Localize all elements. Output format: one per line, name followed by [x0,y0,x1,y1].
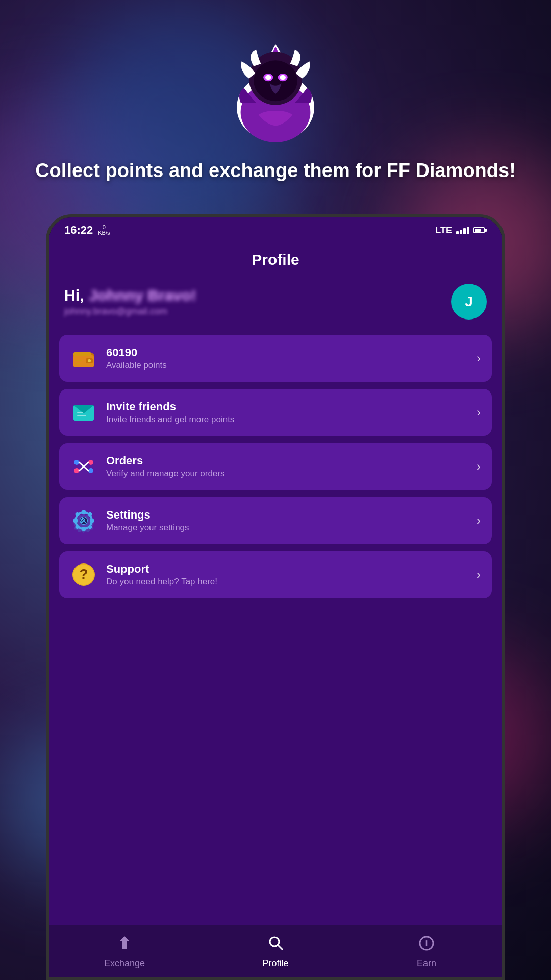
profile-info: Hi, Johnny Bravo! johnny.bravo@gmail.com [64,287,451,317]
phone-inner: 16:22 0 KB/s LTE [49,217,502,977]
svg-point-9 [280,75,286,80]
profile-nav-label: Profile [262,958,288,969]
orders-icon [70,453,97,480]
settings-icon [70,507,97,534]
orders-subtitle: Verify and manage your orders [106,469,467,479]
invite-chevron: › [477,405,481,420]
email-text: johnny.bravo@gmail.com [64,306,451,317]
battery-icon [473,227,487,233]
bottom-nav: Exchange Profile i [49,925,502,977]
avatar: J [451,284,487,320]
support-title: Support [106,562,467,576]
invite-icon [70,399,97,426]
settings-text: Settings Manage your settings [106,508,467,533]
points-subtitle: Available points [106,360,467,371]
svg-text:i: i [425,938,428,948]
svg-point-8 [265,75,271,80]
svg-point-5 [254,61,297,102]
svg-rect-32 [82,527,86,531]
phone-frame: 16:22 0 KB/s LTE [46,214,505,980]
menu-item-invite[interactable]: Invite friends Invite friends and get mo… [59,389,492,436]
svg-point-13 [88,359,91,362]
status-right-icons: LTE [435,225,487,236]
points-chevron: › [477,351,481,365]
username-text: Johnny Bravo! [89,287,196,304]
nav-exchange[interactable]: Exchange [49,932,200,972]
lte-icon: LTE [435,225,452,236]
orders-text: Orders Verify and manage your orders [106,454,467,479]
greeting-text: Hi, [64,287,84,304]
menu-item-points[interactable]: 60190 Available points › [59,335,492,382]
profile-search-icon [267,935,284,955]
support-subtitle: Do you need help? Tap here! [106,577,467,587]
settings-title: Settings [106,508,467,522]
status-bar: 16:22 0 KB/s LTE [49,217,502,241]
support-chevron: › [477,568,481,582]
page-title: Profile [49,241,502,274]
mascot-icon [227,39,324,146]
points-title: 60190 [106,346,467,359]
points-text: 60190 Available points [106,346,467,371]
menu-item-settings[interactable]: Settings Manage your settings › [59,497,492,544]
settings-chevron: › [477,513,481,528]
svg-rect-14 [73,352,91,356]
app-content: Profile Hi, Johnny Bravo! johnny.bravo@g… [49,241,502,977]
svg-text:?: ? [79,566,88,582]
mascot-container [224,37,327,149]
earn-icon: i [418,935,435,955]
exchange-icon [116,935,133,955]
earn-label: Earn [417,958,436,969]
top-section: Collect points and exchange them for FF … [0,0,551,219]
orders-title: Orders [106,454,467,468]
support-text: Support Do you need help? Tap here! [106,562,467,587]
nav-earn[interactable]: i Earn [351,932,502,972]
svg-line-44 [278,945,282,949]
nav-profile[interactable]: Profile [200,932,351,972]
menu-item-support[interactable]: ? Support Do you need help? Tap here! › [59,551,492,598]
settings-subtitle: Manage your settings [106,523,467,533]
svg-rect-31 [82,510,86,514]
signal-icon [456,227,469,234]
profile-header: Hi, Johnny Bravo! johnny.bravo@gmail.com… [49,274,502,330]
exchange-label: Exchange [104,958,145,969]
support-icon: ? [70,561,97,588]
invite-title: Invite friends [106,400,467,413]
status-time: 16:22 [64,224,93,237]
svg-rect-34 [90,519,94,523]
invite-subtitle: Invite friends and get more points [106,414,467,425]
content-spacer [49,603,502,925]
menu-list: 60190 Available points › [49,330,502,603]
svg-rect-33 [73,519,78,523]
menu-item-orders[interactable]: Orders Verify and manage your orders › [59,443,492,490]
status-kb: 0 KB/s [98,225,110,236]
app-tagline: Collect points and exchange them for FF … [5,159,546,183]
points-icon [70,345,97,372]
orders-chevron: › [477,459,481,474]
invite-text: Invite friends Invite friends and get mo… [106,400,467,425]
